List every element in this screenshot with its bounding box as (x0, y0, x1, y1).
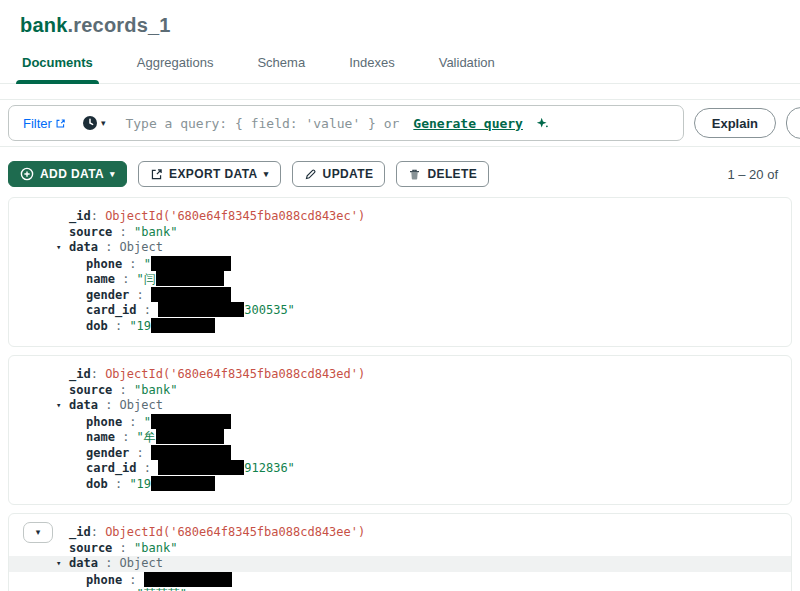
page-title: bank.records_1 (20, 14, 780, 37)
document-field-row[interactable]: phone : " (9, 414, 791, 430)
field-key: _id (69, 209, 91, 223)
tab-schema[interactable]: Schema (255, 55, 307, 83)
redacted-value (158, 460, 244, 475)
export-data-button[interactable]: EXPORT DATA ▾ (138, 161, 281, 187)
document-field-row[interactable]: name : "牟 (9, 429, 791, 445)
document-field-row[interactable]: source : "bank" (9, 541, 791, 557)
document-card: _id: ObjectId('680e64f8345fba088cd843ec'… (8, 197, 792, 347)
field-key: dob (86, 319, 108, 333)
chevron-down-icon: ▾ (264, 170, 269, 179)
tab-label: Documents (22, 55, 93, 70)
document-field-row[interactable]: card_id : 912836" (9, 460, 791, 476)
tab-indexes[interactable]: Indexes (347, 55, 397, 83)
explain-button[interactable]: Explain (694, 108, 776, 138)
key-value-separator: : (137, 461, 159, 475)
expand-field-caret-icon[interactable]: ▾ (56, 240, 69, 256)
key-value-separator: : (98, 398, 120, 412)
object-value: Object (120, 398, 163, 412)
key-value-separator: : (115, 587, 137, 591)
document-card: ▾_id: ObjectId('680e64f8345fba088cd843ee… (8, 513, 792, 591)
field-key: name (86, 272, 115, 286)
update-button[interactable]: UPDATE (292, 161, 386, 187)
tab-aggregations[interactable]: Aggregations (135, 55, 216, 83)
key-value-separator: : (108, 477, 130, 491)
string-value: "牟 (137, 430, 156, 444)
sparkle-icon (536, 117, 549, 130)
export-icon (150, 168, 163, 181)
document-field-row[interactable]: ▾data : Object (9, 556, 791, 572)
document-field-row[interactable]: card_id : 300535" (9, 302, 791, 318)
key-value-separator: : (91, 209, 105, 223)
redacted-value (151, 445, 231, 460)
redacted-value (156, 429, 224, 444)
string-value: " (144, 415, 151, 429)
query-history-button[interactable]: ▾ (82, 115, 106, 131)
tab-label: Indexes (349, 55, 395, 70)
key-value-separator: : (112, 225, 134, 239)
chevron-down-icon: ▾ (36, 528, 41, 537)
tab-validation[interactable]: Validation (437, 55, 497, 83)
string-value: 912836" (244, 461, 295, 475)
document-field-row[interactable]: _id: ObjectId('680e64f8345fba088cd843ec'… (9, 209, 791, 225)
tab-label: Schema (257, 55, 305, 70)
document-field-row[interactable]: source : "bank" (9, 225, 791, 241)
expand-field-caret-icon[interactable]: ▾ (56, 398, 69, 414)
field-key: card_id (86, 461, 137, 475)
query-options-button-cutoff[interactable] (786, 107, 800, 139)
generate-query-link[interactable]: Generate query (413, 116, 523, 131)
document-field-row[interactable]: dob : "19 (9, 476, 791, 492)
query-filter-input[interactable]: Filter ▾ Type a query: { field: 'value' … (8, 105, 684, 141)
plus-circle-icon (20, 167, 34, 181)
filter-label-text: Filter (23, 116, 52, 131)
document-field-row[interactable]: name : "某某某" (9, 587, 791, 591)
object-value: Object (120, 556, 163, 570)
add-data-button[interactable]: ADD DATA ▾ (8, 161, 127, 187)
document-field-row[interactable]: source : "bank" (9, 383, 791, 399)
key-value-separator: : (115, 430, 137, 444)
tab-documents[interactable]: Documents (20, 55, 95, 83)
document-field-row[interactable]: dob : "19 (9, 318, 791, 334)
collapse-document-button[interactable]: ▾ (23, 522, 53, 543)
key-value-separator: : (122, 257, 144, 271)
string-value: " (144, 257, 151, 271)
field-key: gender (86, 288, 129, 302)
key-value-separator: : (115, 272, 137, 286)
collection-header: bank.records_1 (0, 0, 800, 37)
key-value-separator: : (98, 240, 120, 254)
object-value: Object (120, 240, 163, 254)
objectid-value: ObjectId('680e64f8345fba088cd843ec') (105, 209, 365, 223)
query-placeholder: Type a query: { field: 'value' } or (125, 116, 399, 131)
document-field-row[interactable]: gender : (9, 287, 791, 303)
field-key: phone (86, 415, 122, 429)
document-field-row[interactable]: name : "闫 (9, 271, 791, 287)
key-value-separator: : (122, 415, 144, 429)
document-field-row[interactable]: phone : " (9, 256, 791, 272)
chevron-down-icon: ▾ (101, 119, 106, 128)
redacted-value (151, 287, 231, 302)
document-field-row[interactable]: ▾data : Object (9, 398, 791, 414)
collection-name: records_1 (73, 14, 170, 36)
document-field-row[interactable]: _id: ObjectId('680e64f8345fba088cd843ee'… (9, 525, 791, 541)
pencil-icon (304, 168, 317, 181)
field-key: source (69, 225, 112, 239)
collection-tab-bar: DocumentsAggregationsSchemaIndexesValida… (0, 55, 800, 84)
document-field-row[interactable]: _id: ObjectId('680e64f8345fba088cd843ed'… (9, 367, 791, 383)
document-field-row[interactable]: phone : (9, 572, 791, 588)
filter-label[interactable]: Filter (23, 116, 66, 131)
export-data-label: EXPORT DATA (169, 167, 258, 181)
key-value-separator: : (112, 541, 134, 555)
add-data-label: ADD DATA (40, 167, 104, 181)
key-value-separator: : (129, 446, 151, 460)
redacted-value (151, 318, 215, 333)
document-field-row[interactable]: gender : (9, 445, 791, 461)
document-field-row[interactable]: ▾data : Object (9, 240, 791, 256)
expand-field-caret-icon[interactable]: ▾ (56, 556, 69, 572)
key-value-separator: : (91, 367, 105, 381)
tab-label: Validation (439, 55, 495, 70)
update-label: UPDATE (323, 167, 374, 181)
field-key: source (69, 541, 112, 555)
field-key: data (69, 240, 98, 254)
field-key: _id (69, 525, 91, 539)
field-key: data (69, 556, 98, 570)
delete-button[interactable]: DELETE (396, 161, 489, 187)
